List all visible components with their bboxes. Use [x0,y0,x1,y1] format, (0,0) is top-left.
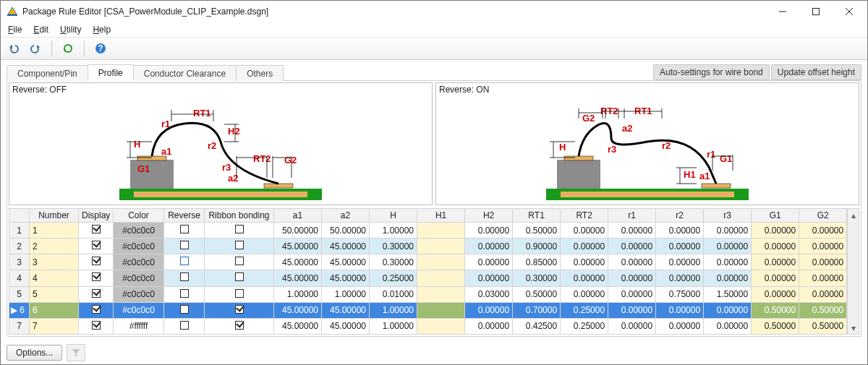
col-color[interactable]: Color [114,209,164,223]
col-r1[interactable]: r1 [608,209,656,223]
cell-G2[interactable]: 0.00000 [799,239,847,254]
table-row[interactable]: 11#c0c0c050.0000050.000001.000000.000000… [9,223,847,239]
col-G2[interactable]: G2 [799,209,847,223]
table-row[interactable]: 22#c0c0c045.0000045.000000.300000.000000… [9,239,847,254]
cell-G2[interactable]: 0.50000 [799,302,847,318]
cell-H[interactable]: 0.30000 [370,254,417,270]
cell-ribbon[interactable] [205,254,274,270]
profile-table[interactable]: Number Display Color Reverse Ribbon bond… [9,208,847,335]
cell-a2[interactable]: 45.00000 [322,302,370,318]
tab-component-pin[interactable]: Component/Pin [7,65,88,81]
cell-a1[interactable]: 1.00000 [274,286,322,302]
cell-r2[interactable]: 0.00000 [656,239,704,254]
cell-H2[interactable]: 0.03000 [465,286,513,302]
cell-RT1[interactable]: 0.70000 [513,302,561,318]
cell-a1[interactable]: 45.00000 [274,270,322,286]
cell-H[interactable]: 1.00000 [370,302,417,318]
tab-profile[interactable]: Profile [88,64,134,81]
cell-a1[interactable]: 45.00000 [274,254,322,270]
cell-display[interactable] [79,270,114,286]
cell-RT2[interactable]: 0.00000 [561,286,608,302]
cell-G1[interactable]: 0.00000 [752,286,799,302]
table-row[interactable]: 55#c0c0c01.000001.000000.010000.030000.5… [9,286,847,302]
col-r2[interactable]: r2 [656,209,704,223]
cell-display[interactable] [79,223,114,239]
cell-reverse[interactable] [164,318,205,334]
cell-display[interactable] [79,239,114,254]
minimize-button[interactable] [766,1,799,22]
tab-others[interactable]: Others [236,65,284,81]
cell-H1[interactable] [417,302,465,318]
cell-RT1[interactable]: 0.85000 [513,254,561,270]
cell-color[interactable]: #ffffff [114,318,164,334]
cell-reverse[interactable] [164,239,205,254]
cell-G2[interactable]: 0.00000 [799,286,847,302]
cell-r3[interactable]: 0.00000 [704,302,752,318]
col-a2[interactable]: a2 [322,209,370,223]
scroll-up-icon[interactable]: ▴ [848,209,859,221]
menu-utility[interactable]: Utility [56,23,85,36]
cell-H1[interactable] [417,254,465,270]
cell-display[interactable] [79,318,114,334]
cell-RT2[interactable]: 0.00000 [561,254,608,270]
cell-H1[interactable] [417,223,465,239]
cell-r1[interactable]: 0.00000 [608,254,656,270]
col-G1[interactable]: G1 [752,209,799,223]
cell-a2[interactable]: 45.00000 [322,270,370,286]
cell-reverse[interactable] [164,223,205,239]
col-ribbon[interactable]: Ribbon bonding [205,209,274,223]
cell-color[interactable]: #c0c0c0 [114,302,164,318]
col-r3[interactable]: r3 [704,209,752,223]
cell-H1[interactable] [417,318,465,334]
cell-display[interactable] [79,254,114,270]
cell-a2[interactable]: 50.00000 [322,223,370,239]
cell-G2[interactable]: 0.00000 [799,254,847,270]
cell-G1[interactable]: 0.50000 [752,318,799,334]
cell-r3[interactable]: 0.00000 [704,318,752,334]
cell-r3[interactable]: 0.00000 [704,254,752,270]
cell-a2[interactable]: 1.00000 [322,286,370,302]
cell-H2[interactable]: 0.00000 [465,270,513,286]
cell-ribbon[interactable] [205,270,274,286]
table-row[interactable]: ▶ 66#c0c0c045.0000045.000001.000000.0000… [9,302,847,318]
menu-edit[interactable]: Edit [29,23,53,36]
cell-ribbon[interactable] [205,318,274,334]
cell-r3[interactable]: 0.00000 [704,223,752,239]
cell-G2[interactable]: 0.50000 [799,318,847,334]
cell-H[interactable]: 1.00000 [370,223,417,239]
col-RT2[interactable]: RT2 [561,209,608,223]
cell-H2[interactable]: 0.00000 [465,223,513,239]
cell-a2[interactable]: 45.00000 [322,254,370,270]
cell-RT1[interactable]: 0.30000 [513,270,561,286]
cell-r2[interactable]: 0.00000 [656,270,704,286]
cell-number[interactable]: 7 [30,318,79,334]
cell-H[interactable]: 0.01000 [370,286,417,302]
cell-r1[interactable]: 0.00000 [608,318,656,334]
cell-display[interactable] [79,286,114,302]
col-reverse[interactable]: Reverse [164,209,205,223]
cell-RT1[interactable]: 0.42500 [513,318,561,334]
undo-button[interactable] [5,40,22,57]
cell-RT2[interactable]: 0.25000 [561,302,608,318]
tab-conductor-clearance[interactable]: Conductor Clearance [133,65,237,81]
cell-number[interactable]: 2 [30,239,79,254]
update-offset-button[interactable]: Update offset height [771,64,861,80]
cell-color[interactable]: #c0c0c0 [114,223,164,239]
cell-color[interactable]: #c0c0c0 [114,286,164,302]
cell-H[interactable]: 0.30000 [370,239,417,254]
table-scrollbar[interactable]: ▴ ▾ [847,208,859,335]
cell-a2[interactable]: 45.00000 [322,318,370,334]
cell-r3[interactable]: 0.00000 [704,270,752,286]
help-button[interactable]: ? [92,40,109,57]
cell-RT1[interactable]: 0.50000 [513,223,561,239]
menu-file[interactable]: File [4,23,26,36]
cell-a1[interactable]: 45.00000 [274,302,322,318]
cell-reverse[interactable] [164,270,205,286]
col-RT1[interactable]: RT1 [513,209,561,223]
cell-G1[interactable]: 0.00000 [752,270,799,286]
cell-number[interactable]: 3 [30,254,79,270]
col-display[interactable]: Display [79,209,114,223]
cell-reverse[interactable] [164,302,205,318]
cell-number[interactable]: 1 [30,223,79,239]
scroll-down-icon[interactable]: ▾ [848,322,859,334]
